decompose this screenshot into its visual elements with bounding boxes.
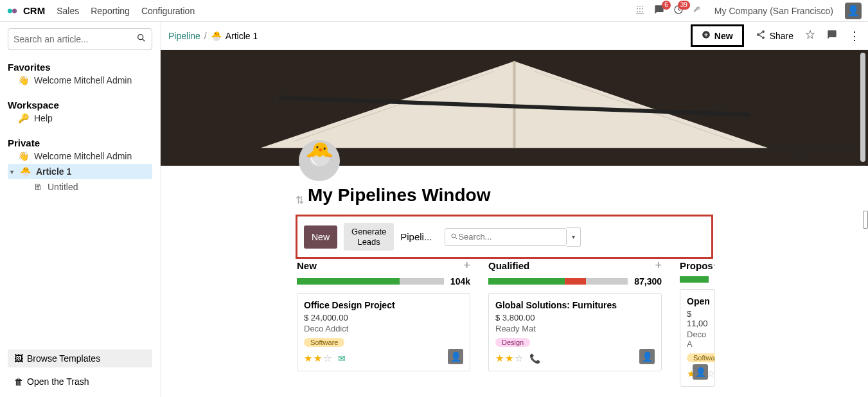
wave-icon: 👋 — [18, 75, 29, 85]
article-emoji[interactable]: 🐣 — [299, 140, 340, 181]
emb-search-input[interactable] — [458, 232, 566, 242]
svg-point-7 — [762, 37, 765, 39]
emb-generate-leads-button[interactable]: Generate Leads — [344, 223, 394, 251]
card-customer: Ready Mat — [495, 324, 655, 333]
messages-icon[interactable]: 6 — [654, 4, 664, 17]
kanban-board: New+104kOffice Design Project $ 24,000.0… — [296, 259, 868, 387]
emb-search-dropdown[interactable]: ▾ — [567, 227, 581, 247]
envelope-icon[interactable]: ✉ — [338, 353, 347, 364]
star-icon[interactable] — [805, 30, 815, 42]
kanban-card[interactable]: Open $ 11,00 Deco A Softwa ★☆☆ 👤 — [680, 289, 715, 387]
page-icon: 🗎 — [33, 182, 42, 192]
dialpad-icon[interactable] — [635, 4, 645, 17]
search-input[interactable] — [13, 34, 136, 44]
column-title: New — [297, 260, 317, 271]
key-icon: 🔑 — [18, 113, 29, 123]
add-card-icon[interactable]: + — [713, 259, 715, 272]
section-private: Private — [8, 137, 152, 148]
column-title: Propos — [680, 260, 713, 271]
article-search[interactable] — [8, 28, 152, 50]
trash-label: Open the Trash — [27, 376, 89, 387]
search-icon — [450, 231, 458, 243]
kanban-column: Propos+Open $ 11,00 Deco A Softwa ★☆☆ 👤 — [680, 259, 715, 387]
comment-icon[interactable] — [827, 30, 837, 42]
assignee-avatar[interactable]: 👤 — [639, 349, 655, 364]
svg-point-1 — [12, 8, 17, 13]
card-customer: Deco Addict — [304, 324, 463, 333]
kanban-card[interactable]: Office Design Project $ 24,000.00 Deco A… — [297, 293, 470, 371]
svg-point-0 — [8, 8, 12, 13]
page-title[interactable]: My Pipelines Window — [308, 185, 490, 206]
kebab-icon[interactable]: ⋮ — [849, 29, 860, 43]
user-avatar[interactable]: 👤 — [845, 3, 862, 19]
emb-new-button[interactable]: New — [304, 225, 337, 249]
share-button[interactable]: Share — [756, 30, 793, 42]
sidebar-item-welcome-priv[interactable]: 👋 Welcome Mitchell Admin — [8, 148, 152, 164]
sidebar-item-welcome-fav[interactable]: 👋 Welcome Mitchell Admin — [8, 73, 152, 88]
sidebar-item-article1[interactable]: ▾ 🐣 Article 1 — [8, 164, 152, 179]
column-total: 87,300 — [634, 276, 662, 287]
pipeline-toolbar-highlight: New Generate Leads Pipeli... ▾ — [296, 215, 713, 259]
card-amount: $ 24,000.00 — [304, 313, 463, 322]
cover-image — [161, 50, 868, 166]
assignee-avatar[interactable]: 👤 — [693, 364, 708, 380]
new-label: New — [714, 31, 733, 41]
image-icon: 🖼 — [14, 353, 23, 364]
sidebar-item-label: Welcome Mitchell Admin — [34, 75, 132, 85]
priority-stars[interactable]: ★★☆📞 — [495, 353, 655, 364]
kanban-card[interactable]: Global Solutions: Furnitures $ 3,800.00 … — [488, 293, 662, 371]
gen-line1: Generate — [351, 227, 386, 237]
sidebar-item-label: Untitled — [48, 182, 78, 192]
column-title: Qualified — [488, 260, 529, 271]
scrollbar-thumb[interactable] — [860, 53, 865, 162]
priority-stars[interactable]: ★★☆✉ — [304, 353, 463, 364]
menu-sales[interactable]: Sales — [57, 6, 79, 16]
new-article-button[interactable]: New — [691, 24, 744, 47]
kanban-column: New+104kOffice Design Project $ 24,000.0… — [297, 259, 470, 387]
chick-icon: 🐣 — [20, 166, 31, 177]
card-tag: Softwa — [687, 353, 715, 362]
sidebar-item-label: Help — [34, 113, 53, 123]
assignee-avatar[interactable]: 👤 — [448, 349, 463, 364]
sidebar-item-label: Article 1 — [36, 166, 71, 177]
company-selector[interactable]: My Company (San Francisco) — [714, 6, 833, 16]
share-icon — [756, 30, 766, 42]
section-favorites: Favorites — [8, 62, 152, 73]
svg-point-3 — [138, 35, 143, 40]
drag-handle-icon[interactable]: ⇅ — [296, 194, 304, 206]
resize-handle-icon[interactable] — [863, 211, 868, 229]
card-tag: Design — [495, 338, 530, 347]
browse-templates-button[interactable]: 🖼 Browse Templates — [8, 349, 152, 367]
add-card-icon[interactable]: + — [655, 259, 662, 272]
tools-icon[interactable] — [693, 4, 703, 17]
caret-down-icon[interactable]: ▾ — [10, 168, 13, 175]
svg-point-5 — [762, 30, 765, 33]
sidebar-item-untitled[interactable]: 🗎 Untitled — [8, 179, 152, 195]
messages-badge: 6 — [662, 1, 671, 10]
search-icon[interactable] — [136, 33, 146, 46]
activities-icon[interactable]: 39 — [673, 4, 684, 17]
sidebar-item-label: Welcome Mitchell Admin — [34, 151, 132, 161]
open-trash-button[interactable]: 🗑 Open the Trash — [8, 373, 152, 391]
svg-point-9 — [452, 234, 456, 238]
app-title: CRM — [23, 5, 45, 16]
app-logo-icon — [6, 5, 18, 17]
share-label: Share — [770, 31, 793, 41]
card-amount: $ 3,800.00 — [495, 313, 655, 322]
sidebar-item-help[interactable]: 🔑 Help — [8, 110, 152, 126]
menu-reporting[interactable]: Reporting — [91, 6, 130, 16]
phone-icon[interactable]: 📞 — [529, 353, 542, 364]
card-customer: Deco A — [687, 330, 708, 349]
emb-search[interactable] — [445, 228, 567, 246]
browse-label: Browse Templates — [27, 353, 100, 364]
breadcrumb-current: Article 1 — [226, 31, 258, 41]
add-card-icon[interactable]: + — [463, 259, 470, 272]
activities-badge: 39 — [678, 1, 690, 10]
card-amount: $ 11,00 — [687, 309, 708, 328]
chick-icon: 🐣 — [211, 31, 222, 41]
gen-line2: Leads — [351, 237, 386, 247]
menu-configuration[interactable]: Configuration — [141, 6, 195, 16]
section-workspace: Workspace — [8, 100, 152, 110]
plus-circle-icon — [702, 30, 711, 41]
breadcrumb-root[interactable]: Pipeline — [168, 31, 200, 41]
